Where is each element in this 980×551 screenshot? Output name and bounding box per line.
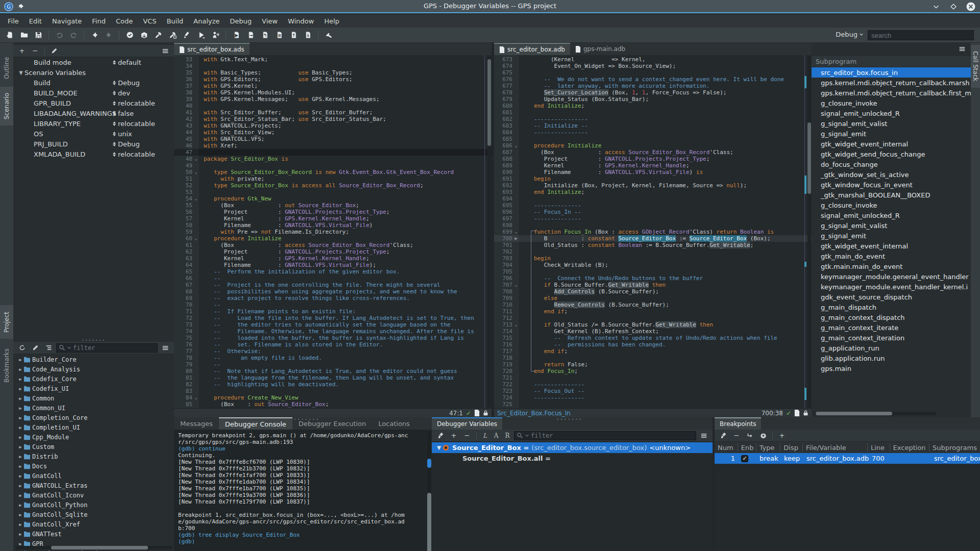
- spinner-icon[interactable]: [113, 142, 116, 146]
- stack-frame[interactable]: gps.kernel.mdi.object_return_callback.fi…: [812, 88, 971, 98]
- tab-messages[interactable]: Messages: [174, 417, 219, 430]
- stack-frame[interactable]: keymanager_module.event_handler_kernel.i: [812, 282, 971, 292]
- stack-frame[interactable]: gtk_widget_send_focus_change: [812, 149, 971, 159]
- breakpoint-row[interactable]: 1✓breakkeepsrc_editor_box.adb700src_edit…: [715, 453, 980, 464]
- expander-icon[interactable]: ▶: [17, 473, 23, 479]
- expander-icon[interactable]: ▶: [17, 464, 23, 469]
- step-into-button[interactable]: ▶: [230, 29, 243, 42]
- right-editor-vscrollbar[interactable]: [807, 56, 811, 407]
- stack-frame[interactable]: g_application_run: [812, 343, 971, 353]
- scenario-row[interactable]: BUILD_MODEdev: [13, 88, 174, 98]
- refresh-icon[interactable]: [16, 343, 28, 353]
- variables-filter-input[interactable]: filter: [514, 431, 696, 440]
- fold-icon[interactable]: ⌄: [192, 394, 200, 401]
- tree-item-builder-core[interactable]: ▶Builder_Core: [13, 355, 174, 364]
- splitter-handle[interactable]: •••••••: [556, 417, 582, 422]
- variable-value[interactable]: relocatable: [113, 120, 155, 128]
- run-play-button[interactable]: [194, 29, 208, 42]
- scenario-row[interactable]: GPR_BUILDrelocatable: [13, 98, 174, 108]
- spinner-icon[interactable]: [113, 91, 116, 95]
- expander-icon[interactable]: ▶: [17, 444, 23, 449]
- undo-button[interactable]: [53, 29, 66, 42]
- lock-icon[interactable]: [803, 410, 808, 416]
- expander-icon[interactable]: ▶: [17, 512, 23, 517]
- tree-item-codefix-ui[interactable]: ▶Codefix_UI: [13, 384, 174, 393]
- fold-icon[interactable]: ⌄: [512, 142, 520, 149]
- variable-value[interactable]: default: [113, 59, 141, 66]
- expander-icon[interactable]: ▶: [17, 493, 23, 498]
- edit-project-icon[interactable]: [30, 343, 41, 353]
- console-vscrollbar[interactable]: [427, 431, 431, 550]
- column-header-type[interactable]: Type: [756, 443, 781, 452]
- menu-navigate[interactable]: Navigate: [47, 15, 86, 27]
- tree-item-common-ui[interactable]: ▶Common_UI: [13, 403, 174, 413]
- tree-item-gnatcoll-iconv[interactable]: ▶GnatColl_Iconv: [13, 490, 174, 500]
- remove-breakpoint-button[interactable]: −: [731, 431, 742, 441]
- add-breakpoint-button[interactable]: +: [776, 431, 788, 441]
- breadcrumb[interactable]: Src_Editor_Box.Focus_In: [497, 410, 571, 417]
- column-header-num[interactable]: Num: [715, 443, 738, 452]
- debug-start-button[interactable]: [209, 29, 222, 42]
- remove-variable-button[interactable]: −: [30, 46, 41, 56]
- stack-frame[interactable]: gtk.main.main_do_event: [812, 261, 971, 271]
- stack-frame[interactable]: gtk_widget_event_internal: [812, 139, 971, 149]
- clear-icon[interactable]: [435, 431, 446, 441]
- menu-window[interactable]: Window: [283, 15, 318, 27]
- stack-frame[interactable]: g_main_context_iteration: [812, 333, 971, 343]
- variable-value[interactable]: relocatable: [113, 151, 155, 158]
- expander-icon[interactable]: ▶: [17, 435, 23, 440]
- expander-icon[interactable]: ▶: [17, 406, 23, 411]
- side-tab-scenario[interactable]: Scenario: [0, 87, 13, 126]
- tab-debugger-console[interactable]: Debugger Console: [219, 417, 292, 430]
- expander-icon[interactable]: ▶: [17, 377, 23, 382]
- menu-build[interactable]: Build: [162, 15, 188, 27]
- callstack-menu-icon[interactable]: [957, 44, 968, 54]
- project-filter-input[interactable]: filter: [56, 343, 158, 353]
- scenario-row[interactable]: OSunix: [13, 129, 174, 139]
- variables-menu-icon[interactable]: [698, 431, 709, 441]
- spinner-icon[interactable]: [113, 60, 116, 65]
- stack-frame[interactable]: g_main_context_dispatch: [812, 312, 971, 322]
- column-header-disp[interactable]: Disp: [780, 443, 803, 452]
- stack-frame[interactable]: _gtk_marshal_BOOLEAN__BOXED: [812, 190, 971, 200]
- scenario-menu-icon[interactable]: [160, 46, 171, 56]
- file-icon[interactable]: [474, 410, 480, 416]
- stack-frame[interactable]: g_closure_invoke: [812, 200, 971, 210]
- step-over-button[interactable]: →: [244, 29, 257, 42]
- stack-frame[interactable]: glib.application.run: [812, 353, 971, 363]
- expander-icon[interactable]: ▼: [435, 445, 443, 450]
- stack-frame[interactable]: gtk_widget_event_internal: [812, 241, 971, 251]
- scenario-row[interactable]: XMLADA_BUILDrelocatable: [13, 149, 174, 159]
- new-file-button[interactable]: [3, 29, 16, 42]
- tree-item-completion-core[interactable]: ▶Completion_Core: [13, 413, 174, 422]
- menu-code[interactable]: Code: [111, 15, 137, 27]
- variable-value[interactable]: relocatable: [113, 99, 155, 107]
- tree-item-completion-ui[interactable]: ▶Completion_UI: [13, 422, 174, 432]
- add-variable-button[interactable]: +: [16, 46, 28, 56]
- clean-brush-button[interactable]: [180, 29, 193, 42]
- step-out-button[interactable]: ↰: [258, 29, 272, 42]
- project-tree-hscrollbar[interactable]: [15, 546, 172, 549]
- fold-icon[interactable]: ⌄: [192, 195, 200, 202]
- expander-icon[interactable]: ▶: [17, 522, 23, 527]
- side-tab-call-stack[interactable]: Call Stack: [971, 45, 980, 88]
- variable-value[interactable]: Debug: [113, 79, 140, 87]
- build-check-button[interactable]: [123, 29, 136, 42]
- arguments-button[interactable]: A: [492, 431, 501, 440]
- scenario-row[interactable]: Build modedefault: [13, 57, 174, 67]
- tree-item-gnattest[interactable]: ▶GNATTest: [13, 529, 174, 539]
- scenario-row[interactable]: BuildDebug: [13, 78, 174, 88]
- stack-frame[interactable]: g_closure_invoke: [812, 98, 971, 108]
- lock-icon[interactable]: [483, 410, 488, 416]
- expander-icon[interactable]: ▶: [17, 454, 23, 459]
- tab-breakpoints[interactable]: Breakpoints: [715, 417, 761, 430]
- menu-debug[interactable]: Debug: [225, 15, 256, 27]
- tree-item-codefix-core[interactable]: ▶Codefix_Core: [13, 374, 174, 384]
- stack-frame[interactable]: _gtk_window_set_is_active: [812, 169, 971, 180]
- expander-icon[interactable]: ▶: [17, 415, 23, 420]
- tab-locations[interactable]: Locations: [372, 417, 416, 430]
- edit-variable-button[interactable]: [48, 46, 60, 56]
- side-tab-bookmarks[interactable]: Bookmarks: [0, 343, 13, 388]
- variable-value[interactable]: Debug: [113, 140, 140, 148]
- variable-row[interactable]: ▼Source_Editor_Box =(src_editor_box.sour…: [432, 442, 713, 453]
